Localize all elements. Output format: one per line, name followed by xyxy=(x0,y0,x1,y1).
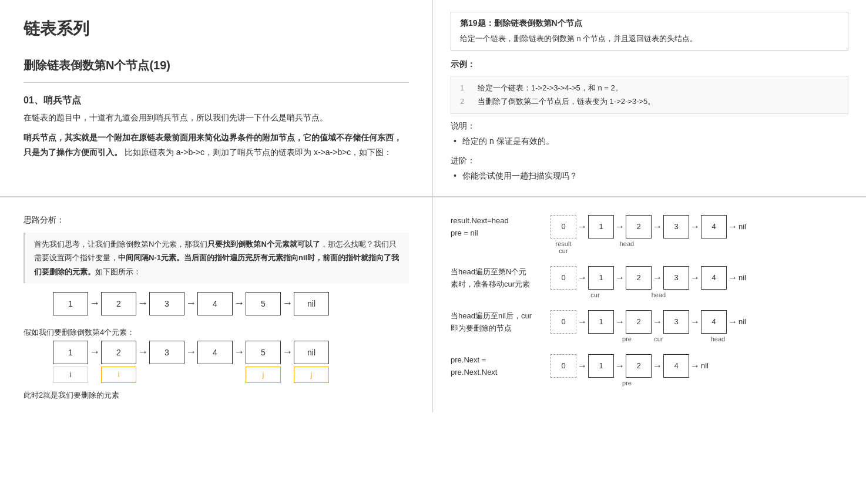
arrow2-4: → xyxy=(234,346,244,358)
advance-item-1: 你能尝试使用一趟扫描实现吗？ xyxy=(451,171,848,182)
node2-5: 5 xyxy=(246,341,281,364)
rhs-nodes-1: 0 → 1 → 2 → 3 → 4 → nil xyxy=(551,215,746,238)
problem-desc: 给定一个链表，删除链表的倒数第 n 个节点，并且返回链表的头结点。 xyxy=(460,33,839,44)
example-line-2: 2 当删除了倒数第二个节点后，链表变为 1->2->3->5。 xyxy=(460,95,839,108)
arrow-1: → xyxy=(89,297,100,310)
example-box: 1 给定一个链表：1->2->3->4->5，和 n = 2。 2 当删除了倒数… xyxy=(451,76,848,114)
rhs-label-3: 当head遍历至nil后，cur即为要删除的节点 xyxy=(451,310,533,335)
rhs-nodes-4: 0 → 1 → 2 → 4 → nil xyxy=(551,354,709,378)
rhs-nodes-3: 0 → 1 → 2 → 3 → 4 → nil xyxy=(551,310,746,334)
problem-box: 第19题：删除链表倒数第N个节点 给定一个链表，删除链表的倒数第 n 个节点，并… xyxy=(451,12,848,51)
sub-title-sentinel: 01、哨兵节点 xyxy=(24,95,409,107)
top-left-panel: 链表系列 删除链表倒数第N个节点(19) 01、哨兵节点 在链表的题目中，十道有… xyxy=(0,0,433,196)
arrow-2: → xyxy=(137,297,148,310)
arrow2-1: → xyxy=(89,346,100,358)
idx-4 xyxy=(197,367,233,383)
problem-box-title: 第19题：删除链表倒数第N个节点 xyxy=(460,18,839,29)
node-4: 4 xyxy=(197,292,233,315)
rhs-diagram-4: pre.Next = pre.Next.Next 0 → 1 → 2 → 4 →… xyxy=(451,354,848,387)
arrow2-5: → xyxy=(282,346,293,358)
example-label: 示例： xyxy=(451,59,848,70)
note-item-1: 给定的 n 保证是有效的。 xyxy=(451,136,848,147)
bottom-left-panel: 思路分析： 首先我们思考，让我们删除倒数第N个元素，那我们只要找到倒数第N个元素… xyxy=(0,197,433,412)
rhs-label-1: result.Next=headpre = nil xyxy=(451,215,533,240)
node-2: 2 xyxy=(101,292,136,315)
section-title: 删除链表倒数第N个节点(19) xyxy=(24,58,409,73)
node2-nil: nil xyxy=(294,341,329,364)
node2-3: 3 xyxy=(149,341,184,364)
node2-1: 1 xyxy=(53,341,88,364)
thinking-label: 思路分析： xyxy=(24,215,409,226)
node2-4: 4 xyxy=(197,341,233,364)
rhs-diagram-3: 当head遍历至nil后，cur即为要删除的节点 0 → 1 → 2 → 3 →… xyxy=(451,310,848,342)
rhs-nodes-2: 0 → 1 → 2 → 3 → 4 → nil xyxy=(551,266,746,290)
top-right-panel: 第19题：删除链表倒数第N个节点 给定一个链表，删除链表的倒数第 n 个节点，并… xyxy=(433,0,866,196)
node2-2: 2 xyxy=(101,341,136,364)
top-section: 链表系列 删除链表倒数第N个节点(19) 01、哨兵节点 在链表的题目中，十道有… xyxy=(0,0,866,197)
bottom-label: 此时2就是我们要删除的元素 xyxy=(24,390,409,401)
diagram1: 1 → 2 → 3 → 4 → 5 → nil xyxy=(53,292,409,315)
arrow2-2: → xyxy=(137,346,148,358)
rhs-sublabels-1: resultcur head xyxy=(551,240,746,254)
arrow-3: → xyxy=(186,297,196,310)
main-title: 链表系列 xyxy=(24,18,409,40)
idx-j2: j xyxy=(294,367,329,383)
rhs-diagram-2: 当head遍历至第N个元素时，准备移动cur元素 0 → 1 → 2 → 3 →… xyxy=(451,266,848,298)
page-container: 链表系列 删除链表倒数第N个节点(19) 01、哨兵节点 在链表的题目中，十道有… xyxy=(0,0,866,504)
idx-3 xyxy=(149,367,184,383)
node-5: 5 xyxy=(246,292,281,315)
diagram2-label: 假如我们要删除倒数第4个元素： xyxy=(24,327,409,338)
node-1: 1 xyxy=(53,292,88,315)
node-3: 3 xyxy=(149,292,184,315)
rhs-label-4: pre.Next = pre.Next.Next xyxy=(451,354,533,379)
arrow-5: → xyxy=(282,297,293,310)
idx-j1: j xyxy=(246,367,281,383)
diagram2: 1 → 2 → 3 → 4 → 5 → nil xyxy=(53,341,409,364)
rhs-sublabels-4: pre xyxy=(551,379,709,387)
advance-label: 进阶： xyxy=(451,156,848,166)
rhs-diagram-1: result.Next=headpre = nil 0 → 1 → 2 → 3 … xyxy=(451,215,848,254)
idx-i: i xyxy=(53,367,88,383)
idx-2: i xyxy=(101,367,136,383)
quote-block: 首先我们思考，让我们删除倒数第N个元素，那我们只要找到倒数第N个元素就可以了，那… xyxy=(24,233,409,283)
rhs-sublabels-3: pre cur head xyxy=(551,335,746,342)
node-nil1: nil xyxy=(294,292,329,315)
bottom-right-panel: result.Next=headpre = nil 0 → 1 → 2 → 3 … xyxy=(433,197,866,412)
index-row: i i j j xyxy=(53,367,409,383)
bottom-section: 思路分析： 首先我们思考，让我们删除倒数第N个元素，那我们只要找到倒数第N个元素… xyxy=(0,197,866,412)
example-line-1: 1 给定一个链表：1->2->3->4->5，和 n = 2。 xyxy=(460,81,839,95)
para2-normal: 比如原链表为 a->b->c，则加了哨兵节点的链表即为 x->a->b>c，如下… xyxy=(125,147,392,157)
arrow-4: → xyxy=(234,297,244,310)
para1: 在链表的题目中，十道有九道会用到哨兵节点，所以我们先讲一下什么是哨兵节点。 xyxy=(24,113,409,123)
arrow2-3: → xyxy=(186,346,196,358)
note-label: 说明： xyxy=(451,121,848,132)
rhs-sublabels-2: cur head xyxy=(551,291,746,298)
para2: 哨兵节点，其实就是一个附加在原链表最前面用来简化边界条件的附加节点，它的值域不存… xyxy=(24,130,409,160)
rhs-label-2: 当head遍历至第N个元素时，准备移动cur元素 xyxy=(451,266,533,291)
